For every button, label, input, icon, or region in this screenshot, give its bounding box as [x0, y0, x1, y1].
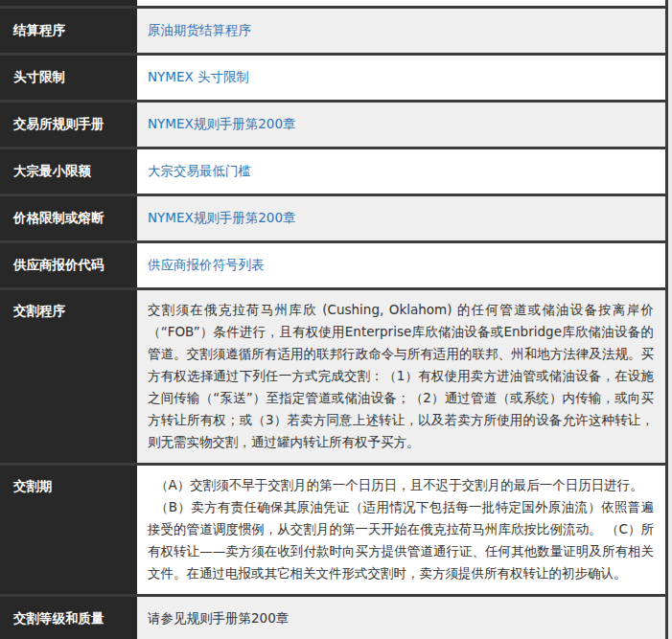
- row-label-cell: 结算程序: [0, 9, 137, 53]
- row-label-cell: 供应商报价代码: [0, 243, 137, 287]
- row-settlement-procedures: 结算程序 原油期货结算程序: [0, 6, 665, 53]
- row-value-cell: 大宗交易最低门槛: [137, 149, 665, 194]
- block-minimum-link[interactable]: 大宗交易最低门槛: [148, 163, 251, 180]
- grade-and-quality-value: 请参见规则手册第200章: [148, 610, 289, 628]
- row-label-cell: [0, 0, 137, 6]
- row-label: 供应商报价代码: [13, 257, 104, 274]
- position-limits-link[interactable]: NYMEX 头寸限制: [148, 69, 249, 86]
- settlement-procedures-link[interactable]: 原油期货结算程序: [148, 22, 251, 39]
- row-label-cell: 交割期: [0, 466, 137, 594]
- row-block-minimum: 大宗最小限额 大宗交易最低门槛: [0, 147, 665, 194]
- row-delivery-period: 交割期 （A）交割须不早于交割月的第一个日历日，且不迟于交割月的最后一个日历日进…: [0, 463, 665, 594]
- row-value-cell: 请参见规则手册第200章: [137, 597, 665, 639]
- row-label-cell: 头寸限制: [0, 56, 137, 100]
- row-label: 价格限制或熔断: [13, 210, 104, 227]
- delivery-period-text-a: （A）交割须不早于交割月的第一个日历日，且不迟于交割月的最后一个日历日进行。: [148, 474, 654, 496]
- row-label-cell: 交易所规则手册: [0, 103, 137, 147]
- row-value-cell: 原油期货结算程序: [137, 9, 665, 53]
- row-label: 交易所规则手册: [13, 116, 104, 133]
- row-label: 大宗最小限额: [13, 163, 91, 180]
- delivery-procedures-text: 交割须在俄克拉荷马州库欣 (Cushing, Oklahom) 的任何管道或储油…: [148, 299, 654, 453]
- row-label-cell: 大宗最小限额: [0, 149, 137, 194]
- row-label: 结算程序: [13, 22, 65, 39]
- row-label: 交割程序: [13, 303, 65, 320]
- row-value-cell: [137, 0, 665, 6]
- row-price-limit-or-circuit-breaker: 价格限制或熔断 NYMEX规则手册第200章: [0, 194, 665, 240]
- row-value-cell: 交割须在俄克拉荷马州库欣 (Cushing, Oklahom) 的任何管道或储油…: [137, 290, 665, 463]
- row-delivery-procedures: 交割程序 交割须在俄克拉荷马州库欣 (Cushing, Oklahom) 的任何…: [0, 287, 665, 463]
- row-value-cell: NYMEX 头寸限制: [137, 56, 665, 100]
- row-grade-and-quality: 交割等级和质量 请参见规则手册第200章: [0, 594, 665, 639]
- row-label: 头寸限制: [13, 69, 65, 86]
- row-value-cell: 供应商报价符号列表: [137, 243, 665, 287]
- price-limit-link[interactable]: NYMEX规则手册第200章: [148, 210, 296, 227]
- row-label-cell: 交割程序: [0, 290, 137, 463]
- contract-specs-table: 结算程序 原油期货结算程序 头寸限制 NYMEX 头寸限制 交易所规则手册 NY…: [0, 0, 668, 639]
- row-value-cell: （A）交割须不早于交割月的第一个日历日，且不迟于交割月的最后一个日历日进行。 （…: [137, 466, 665, 594]
- row-label-cell: 价格限制或熔断: [0, 196, 137, 240]
- row-exchange-rulebook: 交易所规则手册 NYMEX规则手册第200章: [0, 100, 665, 147]
- row-label: 交割期: [13, 478, 53, 495]
- vendor-codes-link[interactable]: 供应商报价符号列表: [148, 257, 265, 274]
- row-label-cell: 交割等级和质量: [0, 597, 137, 639]
- row-position-limits: 头寸限制 NYMEX 头寸限制: [0, 53, 665, 100]
- table-row-partial-top: [0, 0, 665, 6]
- contract-specs-page: 结算程序 原油期货结算程序 头寸限制 NYMEX 头寸限制 交易所规则手册 NY…: [0, 0, 672, 639]
- delivery-period-text-b: （B）卖方有责任确保其原油凭证（适用情况下包括每一批特定国外原油流）依照普遍接受…: [148, 496, 654, 584]
- row-vendor-codes: 供应商报价代码 供应商报价符号列表: [0, 240, 665, 287]
- exchange-rulebook-link[interactable]: NYMEX规则手册第200章: [148, 116, 296, 133]
- row-value-cell: NYMEX规则手册第200章: [137, 103, 665, 147]
- row-label: 交割等级和质量: [13, 610, 104, 628]
- row-value-cell: NYMEX规则手册第200章: [137, 196, 665, 240]
